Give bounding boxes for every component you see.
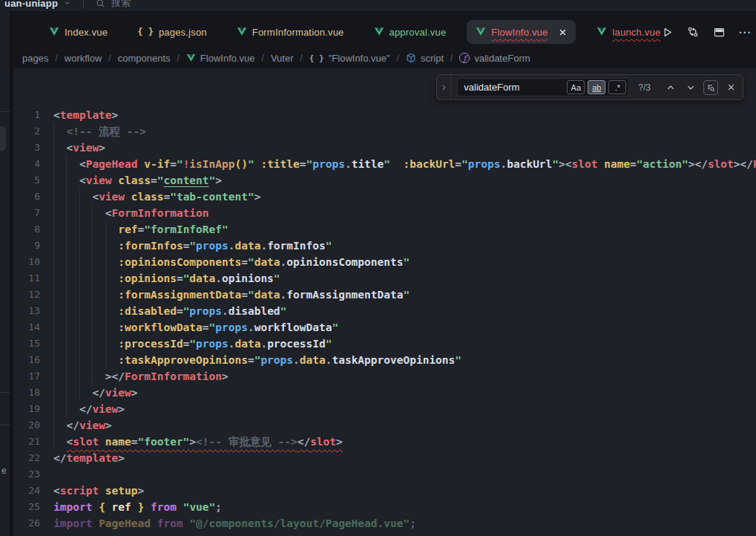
breadcrumb-item-flowinfo[interactable]: FlowInfo.vue (186, 53, 255, 64)
toggle-replace-icon[interactable] (437, 75, 451, 99)
line-number[interactable]: 3 (13, 140, 53, 156)
code-line[interactable]: 4 <PageHead v-if="!isInApp()" :title="pr… (13, 156, 756, 172)
line-number[interactable]: 24 (13, 483, 53, 499)
match-case-toggle[interactable]: Aa (567, 80, 585, 94)
editor-pane[interactable]: Aa ab .* ?/3 1<template>2 <!-- 流程 -->3 <… (13, 68, 756, 536)
close-find-icon[interactable] (723, 80, 738, 95)
code-line[interactable]: 13 :disabled="props.disabled" (13, 303, 756, 319)
line-number[interactable]: 10 (13, 254, 53, 270)
line-number[interactable]: 13 (13, 303, 53, 319)
find-input[interactable] (464, 82, 564, 93)
code-line[interactable]: 21 <slot name="footer"><!-- 审批意见 --></sl… (13, 434, 756, 450)
whole-word-toggle[interactable]: ab (588, 80, 605, 94)
regex-toggle[interactable]: .* (608, 80, 626, 94)
line-number[interactable]: 18 (13, 385, 53, 401)
breadcrumb-item-pages[interactable]: pages (22, 53, 48, 64)
tab-pages-json[interactable]: { } pages.json (122, 20, 222, 44)
open-changes-icon[interactable] (683, 22, 703, 42)
line-number[interactable]: 21 (13, 434, 53, 450)
chevron-down-icon[interactable] (64, 0, 71, 7)
code-text: ></FormInformation> (53, 368, 229, 385)
more-actions-icon[interactable]: ⋯ (735, 22, 755, 42)
code-text: <view> (53, 140, 105, 156)
search-icon (96, 0, 105, 8)
line-number[interactable]: 11 (13, 270, 53, 287)
find-input-box: Aa ab .* (457, 78, 629, 97)
code-line[interactable]: 1<template> (13, 107, 756, 123)
code-text: <!-- 流程 --> (53, 123, 146, 140)
code-line[interactable]: 24<script setup> (13, 483, 756, 499)
breadcrumb-item-workflow[interactable]: workflow (65, 53, 102, 64)
code-line[interactable]: 19 </view> (13, 401, 756, 417)
code-line[interactable]: 23 (13, 466, 756, 483)
previous-match-icon[interactable] (663, 80, 678, 95)
line-number[interactable]: 17 (13, 368, 53, 385)
line-number[interactable]: 26 (13, 515, 53, 532)
code-line[interactable]: 25import { ref } from "vue"; (13, 499, 756, 515)
close-icon[interactable] (559, 28, 567, 36)
line-number[interactable]: 25 (13, 499, 53, 515)
breadcrumb-item-validateform[interactable]: ƒ validateForm (459, 53, 530, 64)
tab-forminformation-vue[interactable]: FormInformation.vue (222, 20, 359, 44)
line-number[interactable]: 14 (13, 319, 53, 336)
line-number[interactable]: 22 (13, 450, 53, 466)
code-line[interactable]: 10 :opinionsComponents="data.opinionsCom… (13, 254, 756, 270)
code-line[interactable]: 26import PageHead from "@/components/lay… (13, 515, 756, 532)
code-line[interactable]: 20 </view> (13, 417, 756, 434)
line-number[interactable]: 4 (13, 156, 53, 172)
tab-flowinfo-vue-active[interactable]: FlowInfo.vue (467, 20, 576, 44)
code-line[interactable]: 12 :formAssignmentData="data.formAssignm… (13, 287, 756, 303)
line-number[interactable]: 8 (13, 221, 53, 238)
code-line[interactable]: 18 </view> (13, 385, 756, 401)
line-number[interactable]: 6 (13, 189, 53, 205)
breadcrumb-item-script[interactable]: script (406, 53, 444, 64)
code-line[interactable]: 5 <view class="content"> (13, 172, 756, 189)
object-symbol-icon: { } (309, 53, 324, 63)
line-number[interactable]: 15 (13, 336, 53, 352)
line-number[interactable]: 19 (13, 401, 53, 417)
tab-approval-vue[interactable]: approval.vue (359, 20, 461, 44)
code-line[interactable]: 6 <view class="tab-content"> (13, 189, 756, 205)
code-lines[interactable]: 1<template>2 <!-- 流程 -->3 <view>4 <PageH… (13, 107, 756, 536)
breadcrumb-item-vuter[interactable]: Vuter (271, 53, 294, 64)
breadcrumb-item-flowinfo-symbol[interactable]: { } "FlowInfo.vue" (309, 53, 390, 64)
code-text: import PageHead from "@/components/layou… (53, 515, 416, 532)
editor-header: Index.vue { } pages.json FormInformation… (13, 11, 756, 68)
line-number[interactable]: 5 (13, 172, 53, 189)
line-number[interactable]: 2 (13, 123, 53, 140)
line-number[interactable]: 23 (13, 466, 53, 483)
code-line[interactable]: 16 :taskApproveOpinions="props.data.task… (13, 352, 756, 368)
code-line[interactable]: 9 :formInfos="props.data.formInfos" (13, 238, 756, 254)
code-line[interactable]: 22</template> (13, 450, 756, 466)
run-icon[interactable] (657, 22, 677, 42)
code-line[interactable]: 7 <FormInformation (13, 205, 756, 221)
code-line[interactable]: 15 :processId="props.data.processId" (13, 336, 756, 352)
code-line[interactable]: 8 ref="formInfoRef" (13, 221, 756, 238)
find-in-selection-icon[interactable] (703, 80, 718, 95)
line-number[interactable]: 12 (13, 287, 53, 303)
line-number[interactable]: 7 (13, 205, 53, 221)
indent-guides (53, 417, 66, 434)
code-line[interactable]: 17 ></FormInformation> (13, 368, 756, 385)
breadcrumb-item-components[interactable]: components (118, 53, 171, 64)
line-number[interactable]: 16 (13, 352, 53, 368)
split-editor-icon[interactable] (709, 22, 729, 42)
code-line[interactable]: 2 <!-- 流程 --> (13, 123, 756, 140)
code-text: </view> (53, 417, 112, 434)
tab-index-vue[interactable]: Index.vue (34, 20, 122, 44)
tab-label: approval.vue (389, 27, 447, 38)
code-text: :taskApproveOpinions="props.data.taskApp… (53, 352, 461, 368)
code-text: :processId="props.data.processId" (53, 336, 332, 352)
line-number[interactable]: 9 (13, 238, 53, 254)
line-number[interactable]: 1 (13, 107, 53, 123)
indent-guides (53, 205, 105, 221)
indent-guides (53, 254, 118, 270)
indent-guides (53, 368, 105, 385)
next-match-icon[interactable] (683, 80, 698, 95)
code-line[interactable]: 11 :opinions="data.opinions" (13, 270, 756, 287)
line-number[interactable]: 20 (13, 417, 53, 434)
code-line[interactable]: 3 <view> (13, 140, 756, 156)
code-line[interactable]: 14 :workflowData="props.workflowData" (13, 319, 756, 336)
command-center-search[interactable]: 搜索 (96, 0, 131, 10)
project-name[interactable]: uan-uniapp (4, 0, 58, 9)
